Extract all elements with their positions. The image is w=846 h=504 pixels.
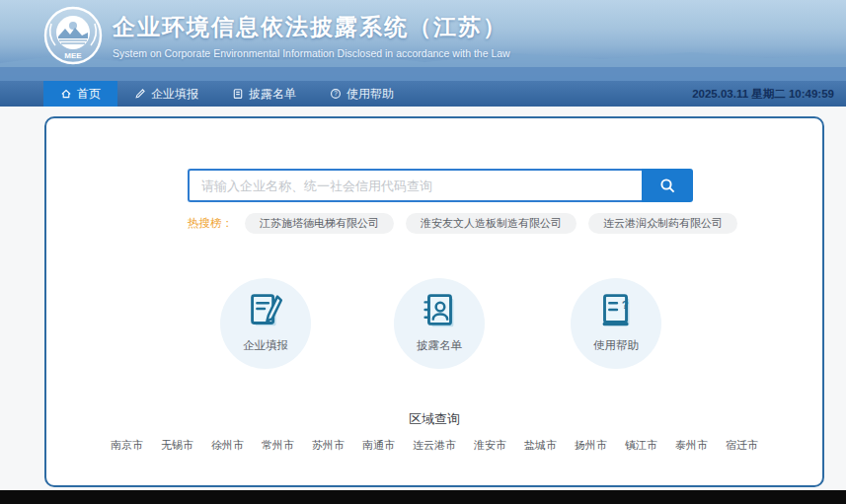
page-header: MEE 企业环境信息依法披露系统（江苏） System on Corporate… bbox=[0, 0, 846, 81]
nav-item-disclosure-list[interactable]: 披露名单 bbox=[215, 81, 313, 107]
city-link[interactable]: 徐州市 bbox=[211, 438, 244, 453]
city-link[interactable]: 泰州市 bbox=[675, 438, 708, 453]
search-button[interactable] bbox=[642, 169, 693, 202]
city-link[interactable]: 无锡市 bbox=[161, 438, 193, 453]
pencil-icon bbox=[134, 88, 146, 100]
search-input[interactable] bbox=[188, 169, 642, 202]
nav-label: 首页 bbox=[77, 86, 101, 103]
city-link[interactable]: 苏州市 bbox=[312, 438, 345, 453]
city-link[interactable]: 南京市 bbox=[111, 438, 143, 453]
datetime-display: 2025.03.11 星期二 10:49:59 bbox=[692, 81, 834, 107]
brand: MEE 企业环境信息依法披露系统（江苏） System on Corporate… bbox=[43, 6, 510, 65]
city-link[interactable]: 盐城市 bbox=[524, 438, 557, 453]
hot-search-tag[interactable]: 淮安友文人造板制造有限公司 bbox=[406, 213, 577, 234]
document-icon bbox=[232, 88, 244, 100]
main-content: 热搜榜： 江苏施塔德电梯有限公司 淮安友文人造板制造有限公司 连云港润众制药有限… bbox=[0, 107, 846, 490]
site-subtitle: System on Corporate Environmental Inform… bbox=[113, 47, 510, 59]
city-link[interactable]: 镇江市 bbox=[625, 438, 657, 453]
search-bar bbox=[188, 169, 693, 202]
contact-book-icon bbox=[417, 288, 462, 333]
shortcut-label: 使用帮助 bbox=[571, 338, 661, 353]
nav-label: 披露名单 bbox=[249, 86, 296, 103]
nav-item-enterprise-report[interactable]: 企业填报 bbox=[117, 81, 215, 107]
content-card: 热搜榜： 江苏施塔德电梯有限公司 淮安友文人造板制造有限公司 连云港润众制药有限… bbox=[44, 116, 824, 487]
shortcut-label: 企业填报 bbox=[220, 338, 311, 353]
city-link[interactable]: 宿迁市 bbox=[726, 438, 758, 453]
home-icon bbox=[60, 88, 72, 100]
city-link[interactable]: 淮安市 bbox=[474, 438, 506, 453]
shortcut-label: 披露名单 bbox=[394, 338, 485, 353]
mee-logo-icon: MEE bbox=[43, 6, 103, 65]
region-search-title: 区域查询 bbox=[46, 410, 822, 428]
help-circle-icon: ? bbox=[330, 88, 342, 100]
hot-search-tag[interactable]: 连云港润众制药有限公司 bbox=[588, 213, 737, 234]
shortcut-disclosure-list[interactable]: 披露名单 bbox=[394, 278, 485, 369]
bottom-bar bbox=[0, 490, 846, 504]
svg-text:MEE: MEE bbox=[64, 51, 82, 60]
main-nav: 首页 企业填报 披露名单 ? 使用帮助 2025.03.11 星期二 10:49… bbox=[0, 81, 846, 107]
shortcut-help[interactable]: ? 使用帮助 bbox=[571, 278, 661, 369]
nav-label: 使用帮助 bbox=[346, 86, 394, 103]
search-icon bbox=[659, 178, 676, 194]
svg-text:?: ? bbox=[334, 90, 338, 97]
shortcut-enterprise-report[interactable]: 企业填报 bbox=[220, 278, 311, 369]
nav-item-help[interactable]: ? 使用帮助 bbox=[313, 81, 411, 107]
svg-text:?: ? bbox=[622, 299, 629, 311]
hot-search-tag[interactable]: 江苏施塔德电梯有限公司 bbox=[245, 213, 394, 234]
city-link[interactable]: 扬州市 bbox=[575, 438, 607, 453]
nav-item-home[interactable]: 首页 bbox=[43, 81, 117, 107]
help-book-icon: ? bbox=[593, 288, 639, 333]
city-list: 南京市 无锡市 徐州市 常州市 苏州市 南通市 连云港市 淮安市 盐城市 扬州市… bbox=[46, 438, 822, 453]
site-title: 企业环境信息依法披露系统（江苏） bbox=[113, 12, 510, 42]
hot-search-label: 热搜榜： bbox=[188, 216, 233, 231]
hot-search-row: 热搜榜： 江苏施塔德电梯有限公司 淮安友文人造板制造有限公司 连云港润众制药有限… bbox=[188, 213, 737, 234]
city-link[interactable]: 常州市 bbox=[262, 438, 294, 453]
nav-label: 企业填报 bbox=[151, 86, 198, 103]
city-link[interactable]: 南通市 bbox=[362, 438, 395, 453]
form-pencil-icon bbox=[243, 288, 288, 333]
city-link[interactable]: 连云港市 bbox=[413, 438, 456, 453]
